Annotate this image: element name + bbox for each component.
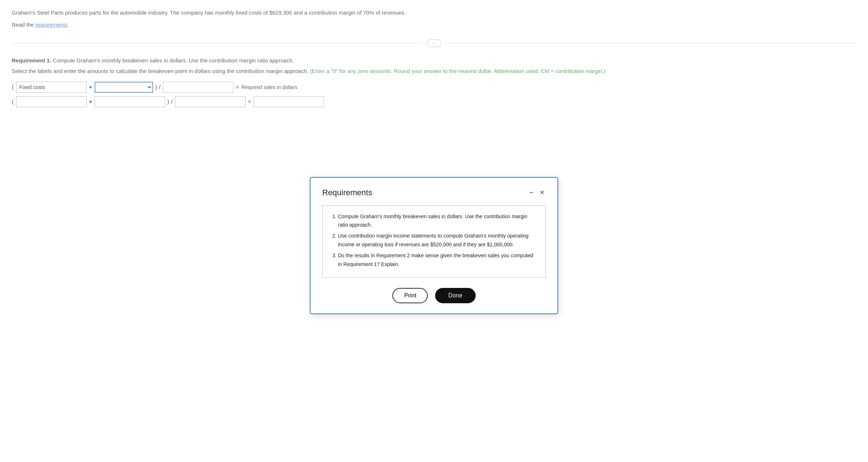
modal-overlay: Requirements − × Compute Graham's monthl… <box>0 0 868 120</box>
